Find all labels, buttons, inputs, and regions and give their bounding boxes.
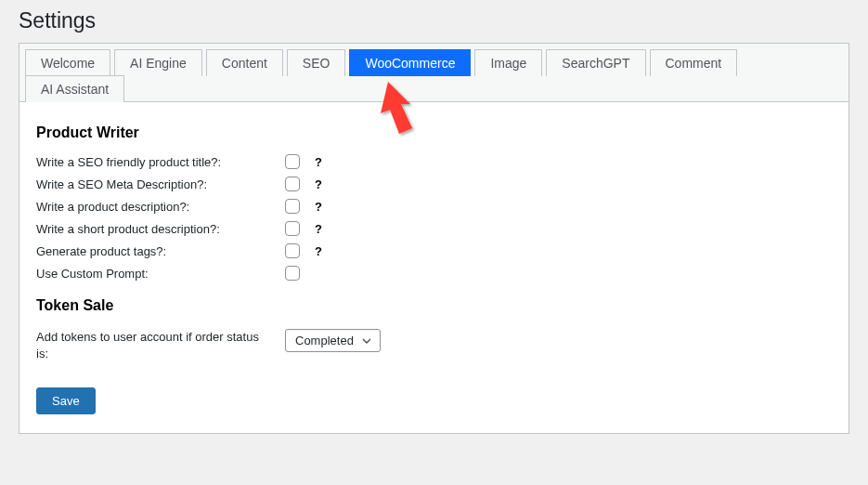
tab-ai-assistant[interactable]: AI Assistant <box>25 75 124 102</box>
tab-welcome[interactable]: Welcome <box>25 49 110 76</box>
help-icon[interactable]: ? <box>315 222 322 236</box>
label-prod-desc: Write a product description?: <box>36 200 285 214</box>
label-seo-title: Write a SEO friendly product title?: <box>36 155 285 169</box>
checkbox-meta-desc[interactable] <box>285 177 300 191</box>
tab-content[interactable]: Content <box>206 49 283 76</box>
row-custom-prompt: Use Custom Prompt: <box>36 262 832 284</box>
tab-seo[interactable]: SEO <box>287 49 346 76</box>
select-order-status[interactable]: Completed <box>285 329 381 352</box>
tab-content-area: Product Writer Write a SEO friendly prod… <box>19 102 849 433</box>
label-short-desc: Write a short product description?: <box>36 222 285 236</box>
tab-image[interactable]: Image <box>474 49 542 76</box>
row-prod-desc: Write a product description?: ? <box>36 195 832 217</box>
tab-woocommerce[interactable]: WooCommerce <box>349 49 471 76</box>
tab-comment[interactable]: Comment <box>650 49 738 76</box>
chevron-down-icon <box>361 335 372 347</box>
help-icon[interactable]: ? <box>315 155 322 169</box>
checkbox-custom-prompt[interactable] <box>285 266 300 281</box>
label-token-status: Add tokens to user account if order stat… <box>36 329 285 362</box>
checkbox-short-desc[interactable] <box>285 221 300 236</box>
tab-searchgpt[interactable]: SearchGPT <box>546 49 645 76</box>
help-icon[interactable]: ? <box>315 177 322 191</box>
checkbox-prod-desc[interactable] <box>285 199 300 214</box>
label-custom-prompt: Use Custom Prompt: <box>36 267 285 281</box>
row-short-desc: Write a short product description?: ? <box>36 217 832 240</box>
tab-bar: Welcome AI Engine Content SEO WooCommerc… <box>19 44 849 102</box>
row-meta-desc: Write a SEO Meta Description?: ? <box>36 173 832 195</box>
help-icon[interactable]: ? <box>315 244 322 258</box>
checkbox-seo-title[interactable] <box>285 154 300 169</box>
label-tags: Generate product tags?: <box>36 244 285 258</box>
settings-panel: Welcome AI Engine Content SEO WooCommerc… <box>19 43 849 434</box>
help-icon[interactable]: ? <box>315 200 322 214</box>
page-title: Settings <box>19 0 849 43</box>
heading-token-sale: Token Sale <box>36 297 832 314</box>
tab-ai-engine[interactable]: AI Engine <box>114 49 202 76</box>
label-meta-desc: Write a SEO Meta Description?: <box>36 177 285 191</box>
save-button[interactable]: Save <box>36 387 96 414</box>
checkbox-tags[interactable] <box>285 243 300 258</box>
row-token-status: Add tokens to user account if order stat… <box>36 323 832 365</box>
select-value: Completed <box>295 334 354 347</box>
row-seo-title: Write a SEO friendly product title?: ? <box>36 151 832 173</box>
heading-product-writer: Product Writer <box>36 125 832 141</box>
row-tags: Generate product tags?: ? <box>36 240 832 262</box>
